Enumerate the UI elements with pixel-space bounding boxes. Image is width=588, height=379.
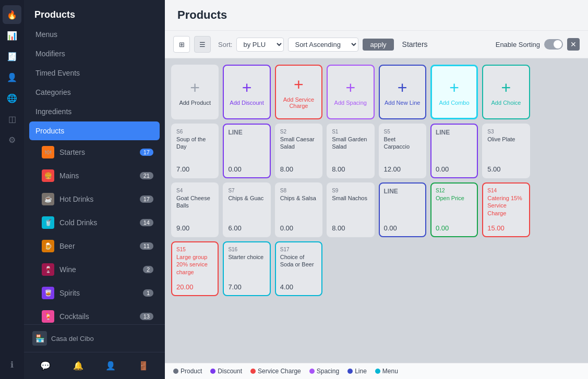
product-name: Soup of the Day xyxy=(176,136,213,165)
sidebar-subitem-mains[interactable]: 🍔 Mains 21 xyxy=(29,164,160,187)
legend-menu-dot xyxy=(375,369,380,374)
toggle-knob xyxy=(554,40,562,48)
add-product-icon: + xyxy=(190,78,200,97)
add-discount-card[interactable]: + Add Discount xyxy=(223,65,270,119)
product-price: 0.00 xyxy=(436,224,473,232)
close-sorting-button[interactable]: ✕ xyxy=(567,38,580,51)
line-price: 0.00 xyxy=(436,165,473,173)
nav-icon-fire[interactable]: 🔥 xyxy=(3,5,21,24)
product-code: S8 xyxy=(280,188,317,193)
nav-icon-globe[interactable]: 🌐 xyxy=(3,89,21,107)
product-price: 8.00 xyxy=(332,165,369,173)
legend-line-dot xyxy=(347,369,353,374)
product-card-s1[interactable]: S1 Small Garden Salad 8.00 xyxy=(327,124,374,178)
footer-icon-bell[interactable]: 🔔 xyxy=(70,358,87,374)
product-card-s9[interactable]: S9 Small Nachos 8.00 xyxy=(327,182,374,237)
sidebar-subitem-cocktails[interactable]: 🍹 Cocktails 13 xyxy=(29,305,160,324)
add-product-card[interactable]: + Add Product xyxy=(171,65,219,119)
line-card-3[interactable]: LINE 0.00 xyxy=(379,182,426,237)
add-new-line-card[interactable]: + Add New Line xyxy=(379,65,426,119)
nav-icon-receipt[interactable]: 🧾 xyxy=(3,47,21,66)
product-name: Large group 20% service charge xyxy=(176,253,213,283)
nav-icon-info[interactable]: ℹ xyxy=(3,355,21,374)
grid-view-button[interactable]: ⊞ xyxy=(173,36,190,53)
product-card-s2[interactable]: S2 Small Caesar Salad 8.00 xyxy=(275,124,322,178)
product-name: Beet Carpaccio xyxy=(384,136,421,165)
sidebar: Products Menus Modifiers Timed Events Ca… xyxy=(24,0,165,379)
page-title: Products xyxy=(177,8,575,22)
line-price: 0.00 xyxy=(228,165,265,173)
product-code: S4 xyxy=(176,188,213,193)
store-icon: 🏪 xyxy=(32,331,47,346)
footer-icon-user[interactable]: 👤 xyxy=(102,358,119,374)
sort-direction-select[interactable]: Sort Ascending Sort Descending xyxy=(288,38,358,52)
sidebar-subitem-beer[interactable]: 🍺 Beer 11 xyxy=(29,235,160,258)
add-spacing-card[interactable]: + Add Spacing xyxy=(327,65,374,119)
product-code: S15 xyxy=(176,247,213,252)
sidebar-store[interactable]: 🏪 Casa del Cibo xyxy=(24,324,165,352)
add-combo-card[interactable]: + Add Combo xyxy=(430,65,478,119)
main-content: Products ⊞ ☰ Sort: by PLU by Name by Pri… xyxy=(165,0,588,379)
product-code: S1 xyxy=(332,129,369,135)
product-card-s5[interactable]: S5 Beet Carpaccio 12.00 xyxy=(379,124,426,178)
grid-view-icon: ⊞ xyxy=(179,41,185,48)
add-combo-label: Add Combo xyxy=(439,100,470,106)
line-card-1[interactable]: LINE 0.00 xyxy=(223,124,270,178)
starters-icon: 🍽 xyxy=(42,146,54,158)
product-card-s3[interactable]: S3 Olive Plate 5.00 xyxy=(482,124,530,178)
add-choice-card[interactable]: + Add Choice xyxy=(482,65,530,119)
nav-icon-chart[interactable]: 📊 xyxy=(3,26,21,45)
product-code: S3 xyxy=(487,129,524,135)
sidebar-item-categories[interactable]: Categories xyxy=(29,83,160,102)
nav-icon-layers[interactable]: ◫ xyxy=(3,109,21,128)
legend-product: Product xyxy=(173,368,202,375)
add-spacing-label: Add Spacing xyxy=(334,100,367,106)
product-price: 7.00 xyxy=(176,165,213,173)
product-card-s8[interactable]: S8 Chips & Salsa 0.00 xyxy=(275,182,322,237)
product-card-s14[interactable]: S14 Catering 15% Service Charge 15.00 xyxy=(482,182,530,237)
product-card-s4[interactable]: S4 Goat Cheese Balls 9.00 xyxy=(171,182,219,237)
beer-icon: 🍺 xyxy=(42,240,54,252)
legend-service-dot xyxy=(250,369,256,374)
sidebar-item-modifiers[interactable]: Modifiers xyxy=(29,44,160,63)
add-service-icon: + xyxy=(294,75,304,94)
add-discount-icon: + xyxy=(242,78,252,97)
legend-spacing: Spacing xyxy=(309,368,339,375)
line-card-2[interactable]: LINE 0.00 xyxy=(430,124,478,178)
legend-spacing-dot xyxy=(309,369,315,374)
add-service-charge-card[interactable]: + Add Service Charge xyxy=(275,65,322,119)
sidebar-title: Products xyxy=(24,0,165,25)
apply-button[interactable]: apply xyxy=(363,39,393,51)
enable-sorting-control: Enable Sorting ✕ xyxy=(496,38,580,51)
nav-icon-settings[interactable]: ⚙ xyxy=(3,130,21,149)
product-name: Olive Plate xyxy=(487,136,524,165)
product-code: S9 xyxy=(332,188,369,193)
sidebar-item-timed-events[interactable]: Timed Events xyxy=(29,64,160,82)
product-card-s12[interactable]: S12 Open Price 0.00 xyxy=(430,182,478,237)
product-card-s15[interactable]: S15 Large group 20% service charge 20.00 xyxy=(171,241,219,296)
sidebar-subitem-starters[interactable]: 🍽 Starters 17 xyxy=(29,141,160,164)
product-card-s17[interactable]: S17 Choice of Soda or Beer 4.00 xyxy=(275,241,322,296)
list-view-button[interactable]: ☰ xyxy=(194,36,211,53)
sidebar-item-ingredients[interactable]: Ingredients xyxy=(29,102,160,121)
footer-icon-logout[interactable]: 🚪 xyxy=(135,358,152,374)
sidebar-item-products[interactable]: Products xyxy=(29,121,160,140)
product-card-s7[interactable]: S7 Chips & Guac 6.00 xyxy=(223,182,270,237)
product-card-s6[interactable]: S6 Soup of the Day 7.00 xyxy=(171,124,219,178)
nav-icon-user[interactable]: 👤 xyxy=(3,68,21,87)
product-card-s16[interactable]: S16 Starter choice 7.00 xyxy=(223,241,270,296)
legend-product-dot xyxy=(173,369,178,374)
sidebar-subitem-wine[interactable]: 🍷 Wine 2 xyxy=(29,258,160,281)
enable-sorting-toggle[interactable] xyxy=(544,39,563,50)
footer-icon-chat[interactable]: 💬 xyxy=(37,358,54,374)
sidebar-item-menus[interactable]: Menus xyxy=(29,25,160,44)
sidebar-subitem-hot-drinks[interactable]: ☕ Hot Drinks 17 xyxy=(29,188,160,211)
product-name: Starter choice xyxy=(228,253,265,283)
product-price: 6.00 xyxy=(228,224,265,232)
hot-drinks-icon: ☕ xyxy=(42,193,54,205)
sidebar-subitem-cold-drinks[interactable]: 🥤 Cold Drinks 14 xyxy=(29,211,160,234)
sidebar-subitem-spirits[interactable]: 🥃 Spirits 1 xyxy=(29,282,160,304)
legend-service-label: Service Charge xyxy=(258,368,301,375)
sort-by-select[interactable]: by PLU by Name by Price xyxy=(236,38,284,52)
enable-sorting-label: Enable Sorting xyxy=(496,41,540,48)
